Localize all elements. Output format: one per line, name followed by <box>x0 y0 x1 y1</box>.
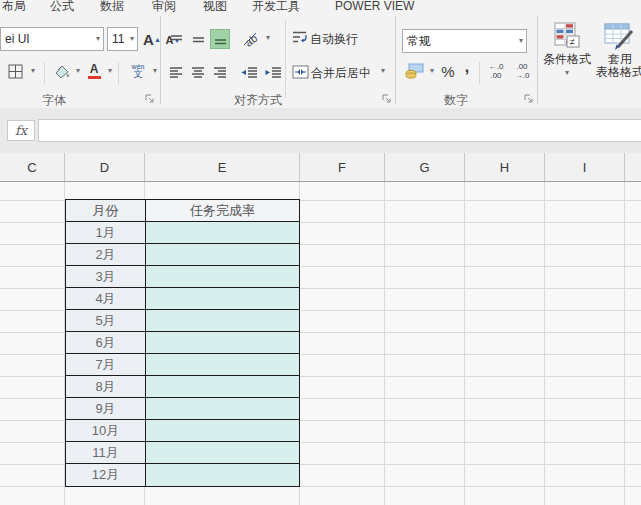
increase-font-size-button[interactable]: A▲ <box>142 29 162 49</box>
column-header-H[interactable]: H <box>465 153 545 181</box>
column-header-F[interactable]: F <box>300 153 385 181</box>
wrap-text-button[interactable] <box>291 28 309 46</box>
decrease-decimal-button[interactable]: .00 →.0 <box>510 60 534 82</box>
chevron-down-icon[interactable]: ▾ <box>263 34 273 42</box>
month-cell[interactable]: 7月 <box>66 354 146 375</box>
divider <box>118 62 119 84</box>
wrap-text-icon <box>292 30 308 44</box>
rate-header-cell[interactable]: 任务完成率 <box>146 200 299 221</box>
rate-cell[interactable] <box>146 332 299 353</box>
table-row: 3月 <box>66 266 299 288</box>
column-header-I[interactable]: I <box>545 153 625 181</box>
tab-formulas[interactable]: 公式 <box>50 0 74 13</box>
wrap-text-label[interactable]: 自动换行 <box>310 31 358 48</box>
month-cell[interactable]: 2月 <box>66 244 146 265</box>
column-headers: C D E F G H I <box>0 153 641 182</box>
table-row: 6月 <box>66 332 299 354</box>
group-divider <box>537 16 538 104</box>
rate-cell[interactable] <box>146 420 299 441</box>
chevron-down-icon[interactable]: ▾ <box>427 67 437 75</box>
rate-cell[interactable] <box>146 442 299 463</box>
tab-review[interactable]: 审阅 <box>152 0 176 13</box>
excel-window: 布局 公式 数据 审阅 视图 开发工具 POWER VIEW ei UI ▾ 1… <box>0 0 641 505</box>
rate-cell[interactable] <box>146 398 299 419</box>
increase-decimal-button[interactable]: ←.0 .00 <box>484 60 508 82</box>
rate-cell[interactable] <box>146 288 299 309</box>
rate-cell[interactable] <box>146 310 299 331</box>
number-dialog-launcher[interactable] <box>523 93 533 103</box>
decrease-indent-button[interactable] <box>238 62 260 82</box>
number-format-value: 常规 <box>403 33 516 50</box>
font-color-icon: A <box>88 63 101 79</box>
borders-button[interactable] <box>3 60 27 82</box>
tab-power-view[interactable]: POWER VIEW <box>335 0 414 13</box>
font-color-button[interactable]: A <box>84 59 104 83</box>
chevron-down-icon[interactable]: ▾ <box>105 67 115 75</box>
align-top-icon <box>170 33 183 46</box>
font-dialog-launcher[interactable] <box>144 93 154 103</box>
align-top-button[interactable] <box>166 29 186 49</box>
comma-icon: , <box>465 58 469 76</box>
month-cell[interactable]: 6月 <box>66 332 146 353</box>
column-header-G[interactable]: G <box>385 153 465 181</box>
accounting-format-button[interactable] <box>402 60 426 82</box>
rate-cell[interactable] <box>146 376 299 397</box>
chevron-down-icon[interactable]: ▾ <box>150 67 160 75</box>
align-left-button[interactable] <box>166 62 186 82</box>
rate-cell[interactable] <box>146 464 299 486</box>
chevron-down-icon[interactable]: ▾ <box>28 67 38 75</box>
alignment-dialog-launcher[interactable] <box>381 93 391 103</box>
month-cell[interactable]: 3月 <box>66 266 146 287</box>
decrease-decimal-icon: .00 →.0 <box>515 62 530 80</box>
month-cell[interactable]: 1月 <box>66 222 146 243</box>
format-as-table-button[interactable]: 套用 表格格式 <box>595 20 641 102</box>
column-header-partial <box>625 153 641 181</box>
month-cell[interactable]: 12月 <box>66 464 146 486</box>
align-right-button[interactable] <box>210 62 230 82</box>
rate-cell[interactable] <box>146 222 299 243</box>
conditional-formatting-button[interactable]: ≠ 条件格式 ▾ <box>541 20 593 102</box>
orientation-button[interactable]: ab <box>238 28 264 50</box>
tab-layout[interactable]: 布局 <box>2 0 26 13</box>
month-cell[interactable]: 9月 <box>66 398 146 419</box>
align-center-button[interactable] <box>188 62 208 82</box>
month-cell[interactable]: 5月 <box>66 310 146 331</box>
tab-view[interactable]: 视图 <box>203 0 227 13</box>
month-cell[interactable]: 4月 <box>66 288 146 309</box>
alignment-group-label: 对齐方式 <box>234 92 282 109</box>
month-cell[interactable]: 11月 <box>66 442 146 463</box>
align-middle-button[interactable] <box>188 29 208 49</box>
fill-color-button[interactable] <box>50 60 72 82</box>
rate-cell[interactable] <box>146 244 299 265</box>
tab-developer[interactable]: 开发工具 <box>252 0 300 13</box>
align-bottom-button-selected[interactable] <box>210 29 230 49</box>
merge-center-button[interactable] <box>290 62 310 82</box>
table-row: 12月 <box>66 464 299 486</box>
column-header-D[interactable]: D <box>65 153 145 181</box>
grow-font-icon: A <box>143 32 154 47</box>
number-format-combo[interactable]: 常规 ▾ <box>402 29 527 53</box>
month-cell[interactable]: 10月 <box>66 420 146 441</box>
percent-icon: % <box>441 63 454 80</box>
sheet-grid[interactable]: 月份 任务完成率 1月 2月 3月 4月 5月 <box>0 182 641 505</box>
column-header-C[interactable]: C <box>0 153 65 181</box>
phonetic-guide-button[interactable]: wén 文 <box>125 58 151 84</box>
column-header-E[interactable]: E <box>145 153 300 181</box>
merge-center-label[interactable]: 合并后居中 <box>311 65 371 82</box>
formula-input[interactable] <box>38 119 641 142</box>
rate-cell[interactable] <box>146 266 299 287</box>
rate-cell[interactable] <box>146 354 299 375</box>
increase-indent-button[interactable] <box>262 62 284 82</box>
comma-style-button[interactable]: , <box>459 56 475 78</box>
percent-style-button[interactable]: % <box>438 60 458 82</box>
month-cell[interactable]: 8月 <box>66 376 146 397</box>
font-size-combo[interactable]: 11 ▾ <box>107 27 138 51</box>
month-header-cell[interactable]: 月份 <box>66 200 146 221</box>
chevron-down-icon[interactable]: ▾ <box>73 67 83 75</box>
conditional-formatting-label: 条件格式 <box>543 53 591 66</box>
chevron-down-icon[interactable]: ▾ <box>378 67 388 75</box>
tab-data[interactable]: 数据 <box>100 0 124 13</box>
insert-function-button[interactable]: fx <box>7 120 35 141</box>
font-name-combo[interactable]: ei UI ▾ <box>0 27 104 51</box>
table-row: 8月 <box>66 376 299 398</box>
